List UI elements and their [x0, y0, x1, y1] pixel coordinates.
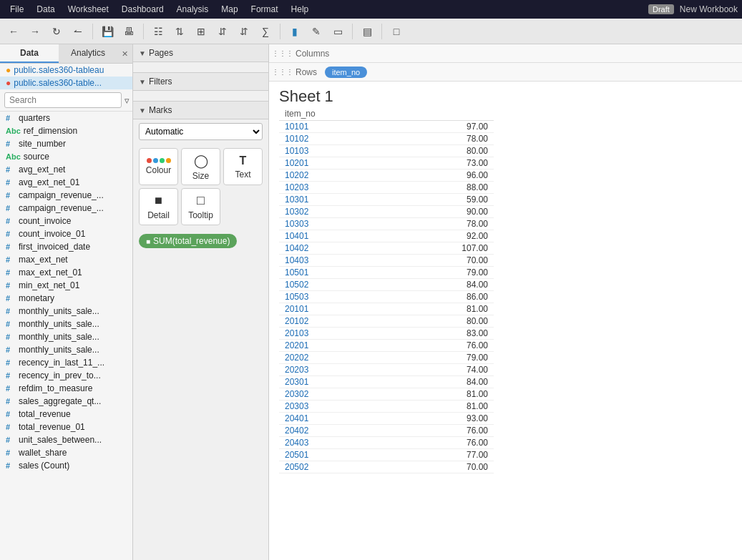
table-row[interactable]: 2050270.00 [279, 461, 494, 473]
table-row[interactable]: 2010280.00 [279, 315, 494, 328]
menu-file[interactable]: File [4, 3, 29, 16]
table-row[interactable]: 1050386.00 [279, 291, 494, 303]
table-row[interactable]: 1010278.00 [279, 133, 494, 145]
toolbar-back[interactable]: ← [4, 22, 23, 41]
table-row[interactable]: 1020173.00 [279, 157, 494, 170]
field-item[interactable]: #total_revenue [0, 408, 132, 421]
filters-header[interactable]: ▼ Filters [133, 73, 268, 91]
field-item[interactable]: #monetary [0, 292, 132, 305]
menu-dashboard[interactable]: Dashboard [116, 3, 170, 16]
field-item[interactable]: #avg_ext_net [0, 163, 132, 176]
table-row[interactable]: 1010380.00 [279, 145, 494, 157]
table-row[interactable]: 1020388.00 [279, 182, 494, 194]
field-item[interactable]: #refdim_to_measure [0, 382, 132, 395]
toolbar-show-me[interactable]: ☷ [149, 22, 167, 41]
field-item[interactable]: #sales_aggregate_qt... [0, 395, 132, 408]
field-item[interactable]: #monthly_units_sale... [0, 330, 132, 343]
search-input[interactable] [4, 92, 122, 108]
toolbar-sum[interactable]: ∑ [256, 22, 275, 41]
field-item[interactable]: #monthly_units_sale... [0, 305, 132, 318]
toolbar-save[interactable]: 💾 [98, 22, 117, 41]
field-item[interactable]: #count_invoice_01 [0, 227, 132, 240]
menu-map[interactable]: Map [215, 3, 243, 16]
table-row[interactable]: 10402107.00 [279, 242, 494, 255]
source-2[interactable]: ● public.sales360-table... [0, 77, 132, 89]
table-row[interactable]: 2020176.00 [279, 340, 494, 352]
field-item[interactable]: #avg_ext_net_01 [0, 176, 132, 189]
table-row[interactable]: 2040376.00 [279, 437, 494, 449]
field-item[interactable]: #min_ext_net_01 [0, 279, 132, 292]
table-row[interactable]: 2010383.00 [279, 328, 494, 340]
mark-colour-btn[interactable]: Colour [139, 148, 178, 185]
table-row[interactable]: 2030381.00 [279, 401, 494, 413]
menu-data[interactable]: Data [31, 3, 60, 16]
measure-pill[interactable]: ■ SUM(total_revenue) [139, 234, 237, 248]
table-row[interactable]: 2010181.00 [279, 303, 494, 315]
field-item[interactable]: #max_ext_net_01 [0, 266, 132, 279]
field-item[interactable]: #wallet_share [0, 446, 132, 459]
toolbar-edit[interactable]: ✎ [307, 22, 326, 41]
toolbar-swap[interactable]: ⇅ [170, 22, 189, 41]
tab-data[interactable]: Data [0, 44, 59, 63]
field-item[interactable]: #max_ext_net [0, 253, 132, 266]
mark-text-btn[interactable]: T Text [223, 148, 263, 185]
field-item[interactable]: #quarters [0, 112, 132, 124]
panel-close[interactable]: ✕ [117, 48, 132, 60]
field-item[interactable]: #total_revenue_01 [0, 421, 132, 433]
table-row[interactable]: 1030290.00 [279, 206, 494, 218]
table-row[interactable]: 1030378.00 [279, 218, 494, 230]
field-item[interactable]: Abcref_dimension [0, 124, 132, 137]
marks-type-dropdown[interactable]: Automatic Bar Line Area Circle Shape Tex… [139, 123, 263, 140]
rows-pill[interactable]: item_no [325, 67, 367, 78]
field-item[interactable]: #first_invoiced_date [0, 240, 132, 253]
table-row[interactable]: 2050177.00 [279, 449, 494, 461]
field-item[interactable]: #count_invoice [0, 215, 132, 227]
table-row[interactable]: 1020296.00 [279, 170, 494, 182]
marks-header[interactable]: ▼ Marks [133, 102, 268, 119]
mark-tooltip-btn[interactable]: □ Tooltip [181, 188, 220, 225]
filter-btn[interactable]: ▿ [125, 93, 130, 107]
field-item[interactable]: #monthly_units_sale... [0, 318, 132, 330]
table-row[interactable]: 2030281.00 [279, 388, 494, 401]
table-area[interactable]: item_no 1010197.001010278.001010380.0010… [269, 107, 742, 560]
table-row[interactable]: 2020374.00 [279, 364, 494, 376]
field-item[interactable]: #site_number [0, 137, 132, 150]
field-item[interactable]: #monthly_units_sale... [0, 343, 132, 356]
field-item[interactable]: #recency_in_prev_to... [0, 369, 132, 382]
menu-worksheet[interactable]: Worksheet [62, 3, 114, 16]
mark-size-btn[interactable]: ◯ Size [181, 148, 220, 185]
field-item[interactable]: Abcsource [0, 150, 132, 163]
toolbar-frame[interactable]: ▭ [328, 22, 347, 41]
pages-header[interactable]: ▼ Pages [133, 44, 268, 62]
table-row[interactable]: 1010197.00 [279, 121, 494, 133]
table-row[interactable]: 2040276.00 [279, 425, 494, 437]
toolbar-print[interactable]: 🖶 [119, 22, 138, 41]
toolbar-tooltip[interactable]: □ [387, 22, 406, 41]
field-item[interactable]: #unit_sales_between... [0, 433, 132, 446]
toolbar-group[interactable]: ⊞ [192, 22, 210, 41]
menu-analysis[interactable]: Analysis [171, 3, 215, 16]
toolbar-chart[interactable]: ▤ [358, 22, 376, 41]
toolbar-highlight[interactable]: ▮ [285, 22, 304, 41]
mark-detail-btn[interactable]: ■ Detail [139, 188, 178, 225]
toolbar-forward[interactable]: → [26, 22, 44, 41]
toolbar-sort-desc[interactable]: ⇵ [235, 22, 253, 41]
table-row[interactable]: 2020279.00 [279, 352, 494, 364]
table-row[interactable]: 1030159.00 [279, 194, 494, 206]
table-row[interactable]: 2040193.00 [279, 413, 494, 425]
tab-analytics[interactable]: Analytics [59, 44, 117, 63]
table-row[interactable]: 1040192.00 [279, 230, 494, 242]
table-row[interactable]: 1050179.00 [279, 267, 494, 279]
source-1[interactable]: ● public.sales360-tableau [0, 64, 132, 77]
toolbar-undo[interactable]: ↻ [47, 22, 66, 41]
table-row[interactable]: 1050284.00 [279, 279, 494, 291]
field-item[interactable]: #campaign_revenue_... [0, 189, 132, 202]
table-row[interactable]: 2030184.00 [279, 376, 494, 388]
menu-help[interactable]: Help [285, 3, 315, 16]
toolbar-sort-asc[interactable]: ⇵ [213, 22, 232, 41]
toolbar-redo[interactable]: ↼ [69, 22, 87, 41]
field-item[interactable]: #recency_in_last_11_... [0, 356, 132, 369]
field-item[interactable]: #campaign_revenue_... [0, 202, 132, 215]
menu-format[interactable]: Format [245, 3, 284, 16]
table-row[interactable]: 1040370.00 [279, 255, 494, 267]
